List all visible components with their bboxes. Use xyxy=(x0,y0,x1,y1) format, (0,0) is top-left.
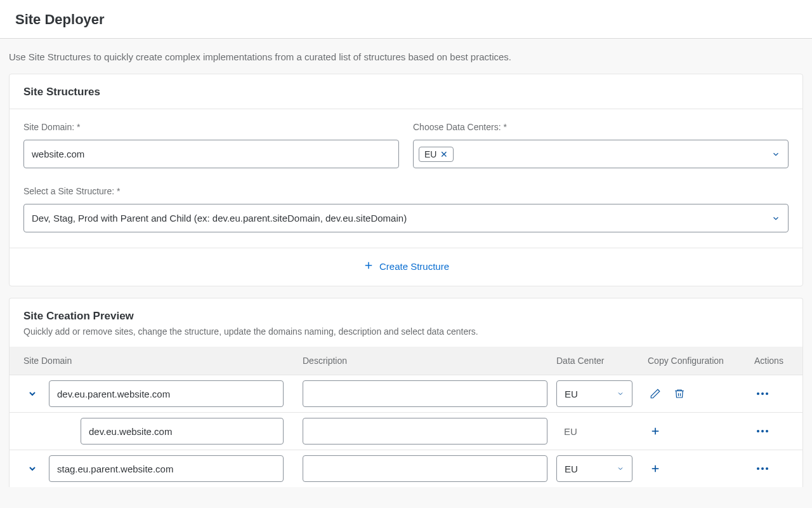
plus-icon[interactable] xyxy=(648,461,663,476)
chevron-down-icon xyxy=(771,150,780,159)
plus-icon xyxy=(363,260,374,273)
data-centers-select[interactable]: EU ✕ xyxy=(413,140,789,168)
create-structure-label: Create Structure xyxy=(379,261,449,272)
chevron-down-icon xyxy=(771,214,780,223)
trash-icon[interactable] xyxy=(672,386,687,401)
site-structure-value: Dev, Stag, Prod with Parent and Child (e… xyxy=(32,213,407,224)
table-row: EU xyxy=(10,413,802,450)
col-copy-config: Copy Configuration xyxy=(648,356,754,366)
dc-chip-eu: EU ✕ xyxy=(419,147,454,162)
row-dc-select[interactable]: EU xyxy=(556,455,632,482)
close-icon[interactable]: ✕ xyxy=(440,150,448,159)
more-actions-icon[interactable] xyxy=(754,465,771,472)
row-description-input[interactable] xyxy=(303,418,547,444)
more-actions-icon[interactable] xyxy=(754,390,771,398)
table-row: EU xyxy=(10,375,802,413)
expand-toggle[interactable] xyxy=(23,389,41,399)
page-title: Site Deployer xyxy=(15,11,797,28)
data-centers-label: Choose Data Centers: * xyxy=(413,122,789,132)
site-structure-select[interactable]: Dev, Stag, Prod with Parent and Child (e… xyxy=(23,204,789,232)
preview-title: Site Creation Preview xyxy=(23,310,789,323)
col-site-domain: Site Domain xyxy=(23,356,303,366)
site-domain-input[interactable] xyxy=(23,140,399,168)
table-row: EU xyxy=(10,450,802,487)
site-structures-title: Site Structures xyxy=(10,74,802,109)
table-header: Site Domain Description Data Center Copy… xyxy=(10,347,802,375)
plus-icon[interactable] xyxy=(648,424,663,439)
col-data-center: Data Center xyxy=(556,356,648,366)
site-structure-label: Select a Site Structure: * xyxy=(23,186,789,196)
dc-chip-label: EU xyxy=(424,149,436,159)
chevron-down-icon xyxy=(617,390,624,398)
site-domain-label: Site Domain: * xyxy=(23,122,399,132)
col-actions: Actions xyxy=(754,356,789,366)
row-dc-value: EU xyxy=(565,464,578,474)
row-domain-input[interactable] xyxy=(49,380,284,407)
row-domain-input[interactable] xyxy=(49,455,284,482)
site-structures-card: Site Structures Site Domain: * Choose Da… xyxy=(9,74,803,286)
col-description: Description xyxy=(303,356,556,366)
row-description-input[interactable] xyxy=(303,455,547,482)
chevron-down-icon xyxy=(617,465,624,472)
intro-text: Use Site Structures to quickly create co… xyxy=(0,39,812,74)
create-structure-button[interactable]: Create Structure xyxy=(363,260,449,273)
row-dc-value: EU xyxy=(556,426,577,437)
row-dc-value: EU xyxy=(565,389,578,399)
expand-toggle[interactable] xyxy=(23,464,41,474)
preview-subtitle: Quickly add or remove sites, change the … xyxy=(23,326,789,337)
site-creation-preview-card: Site Creation Preview Quickly add or rem… xyxy=(9,298,803,487)
row-domain-input[interactable] xyxy=(81,418,284,444)
row-dc-select[interactable]: EU xyxy=(556,380,632,407)
row-description-input[interactable] xyxy=(303,380,547,407)
more-actions-icon[interactable] xyxy=(754,427,771,435)
edit-icon[interactable] xyxy=(648,386,663,401)
